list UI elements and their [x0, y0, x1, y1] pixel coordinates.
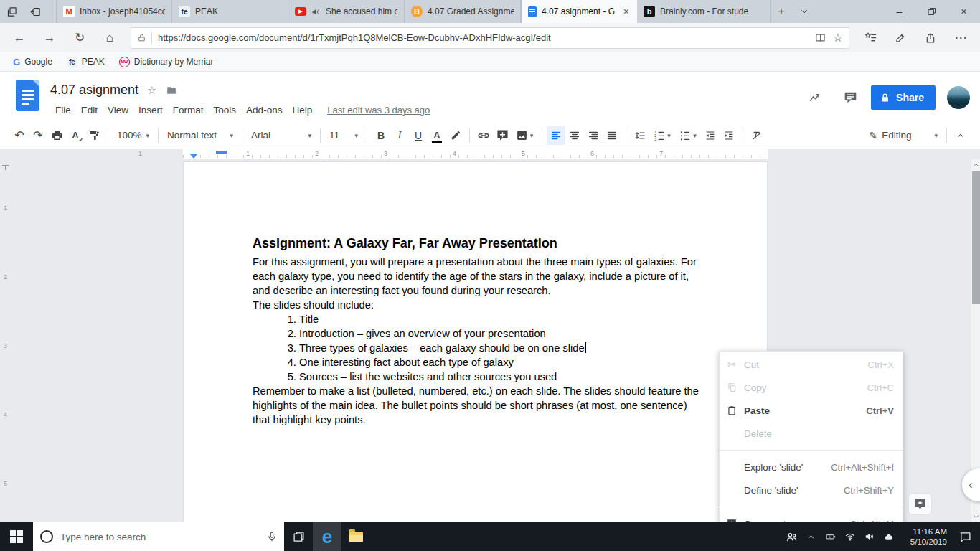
url-field[interactable]: https://docs.google.com/document/d/1rTxm… — [131, 27, 849, 49]
highlight-color-icon[interactable] — [446, 126, 465, 145]
scrollbar-thumb[interactable] — [972, 171, 980, 304]
bold-icon[interactable]: B — [372, 126, 390, 145]
star-document-icon[interactable]: ☆ — [147, 84, 156, 97]
align-center-icon[interactable] — [565, 126, 584, 145]
tab-gmail[interactable]: M Inbox - joseph41054co — [56, 0, 172, 23]
paragraph-style-select[interactable]: Normal text▾ — [163, 126, 237, 145]
insights-trend-icon[interactable] — [802, 85, 829, 110]
insert-image-icon[interactable]: ▾ — [512, 126, 537, 145]
web-notes-pen-icon[interactable] — [885, 25, 915, 51]
paint-format-icon[interactable] — [85, 126, 103, 145]
taskbar-file-explorer-button[interactable] — [341, 522, 370, 551]
share-page-icon[interactable] — [915, 25, 946, 51]
menu-tools[interactable]: Tools — [209, 103, 242, 118]
menu-item-define[interactable]: Define 'slide' Ctrl+Shift+Y — [720, 479, 903, 501]
zoom-select[interactable]: 100%▾ — [113, 126, 154, 145]
line-spacing-icon[interactable] — [631, 126, 649, 145]
insert-link-icon[interactable] — [474, 126, 493, 145]
home-icon[interactable]: ⌂ — [95, 25, 125, 51]
tab-google-docs-active[interactable]: 4.07 asignment - G × — [521, 0, 637, 23]
new-tab-button[interactable]: + — [771, 0, 792, 23]
menu-item-paste[interactable]: Paste Ctrl+V — [720, 399, 903, 422]
action-center-icon[interactable] — [950, 531, 980, 543]
taskbar-search-input[interactable]: Type here to search — [33, 522, 284, 551]
battery-icon[interactable] — [821, 532, 840, 542]
font-size-select[interactable]: 11▾ — [325, 126, 362, 145]
align-right-icon[interactable] — [584, 126, 603, 145]
more-options-icon[interactable]: ⋯ — [946, 25, 976, 51]
font-select[interactable]: Arial▾ — [247, 126, 316, 145]
menu-view[interactable]: View — [103, 103, 133, 118]
volume-icon[interactable] — [859, 532, 879, 542]
back-icon[interactable]: ← — [4, 25, 34, 51]
tab-close-icon[interactable]: × — [622, 6, 631, 17]
window-minimize-button[interactable]: – — [883, 0, 915, 23]
bulleted-list-icon[interactable]: ▾ — [675, 126, 701, 145]
window-close-button[interactable]: × — [948, 0, 980, 23]
scroll-down-icon[interactable] — [972, 513, 980, 520]
refresh-icon[interactable]: ↻ — [65, 25, 95, 51]
print-icon[interactable] — [47, 126, 66, 145]
tab-preview-icon[interactable] — [0, 0, 24, 23]
menu-help[interactable]: Help — [287, 103, 317, 118]
text-color-icon[interactable]: A — [428, 126, 446, 145]
account-avatar[interactable] — [947, 86, 970, 109]
bookmark-dictionary[interactable]: MW Dictionary by Merriar — [113, 54, 220, 70]
menu-item-comment[interactable]: Comment Ctrl+Alt+M — [720, 512, 903, 522]
menu-format[interactable]: Format — [168, 103, 209, 118]
share-button[interactable]: Share — [871, 85, 936, 110]
wifi-icon[interactable] — [840, 532, 859, 542]
show-hidden-icons-chevron[interactable] — [801, 532, 821, 542]
menu-insert[interactable]: Insert — [133, 103, 168, 118]
taskbar-clock[interactable]: 11:16 AM 5/10/2019 — [898, 527, 950, 547]
justify-icon[interactable] — [603, 126, 621, 145]
scroll-up-icon[interactable] — [972, 161, 980, 169]
google-docs-logo[interactable] — [16, 80, 39, 111]
comments-icon[interactable] — [837, 85, 864, 110]
align-left-icon[interactable] — [547, 126, 565, 145]
taskbar-edge-button[interactable]: e — [313, 522, 341, 551]
horizontal-ruler[interactable]: 1 1 2 3 4 5 6 7 — [0, 149, 980, 159]
window-restore-button[interactable] — [915, 0, 948, 23]
tab-brainly[interactable]: b Brainly.com - For stude — [637, 0, 771, 23]
decrease-indent-icon[interactable] — [701, 126, 720, 145]
numbered-list-icon[interactable]: 123 ▾ — [649, 126, 675, 145]
explore-button[interactable] — [908, 493, 932, 515]
italic-icon[interactable]: I — [390, 126, 409, 145]
set-tabs-aside-icon[interactable] — [24, 0, 47, 23]
last-edit-link[interactable]: Last edit was 3 days ago — [327, 105, 430, 116]
collapse-toolbar-icon[interactable] — [951, 126, 970, 145]
task-view-button[interactable] — [284, 522, 313, 551]
tab-list-chevron-icon[interactable] — [792, 0, 816, 23]
reading-view-icon[interactable] — [815, 32, 826, 43]
hub-favorites-icon[interactable] — [855, 25, 885, 51]
menu-addons[interactable]: Add-ons — [241, 103, 287, 118]
tab-graded-assignment[interactable]: B 4.07 Graded Assignmen — [405, 0, 521, 23]
bookmark-google[interactable]: G Google — [7, 54, 58, 70]
underline-icon[interactable]: U — [409, 126, 428, 145]
redo-icon[interactable]: ↷ — [29, 126, 47, 145]
document-title[interactable]: 4.07 asignment — [50, 83, 138, 98]
editing-mode-select[interactable]: ✎ Editing ▾ — [864, 126, 942, 145]
onedrive-cloud-icon[interactable] — [879, 532, 898, 542]
side-panel-toggle[interactable]: ‹ — [962, 468, 980, 501]
menu-item-explore[interactable]: Explore 'slide' Ctrl+Alt+Shift+I — [720, 456, 903, 479]
indent-marker-bar[interactable] — [216, 151, 227, 154]
undo-icon[interactable]: ↶ — [10, 126, 29, 145]
document-content[interactable]: Assignment: A Galaxy Far, Far Away Prese… — [184, 162, 767, 427]
spelling-check-icon[interactable]: A✓ — [66, 126, 85, 145]
increase-indent-icon[interactable] — [720, 126, 738, 145]
microphone-icon[interactable] — [267, 531, 277, 542]
menu-file[interactable]: File — [50, 103, 76, 118]
menu-edit[interactable]: Edit — [76, 103, 103, 118]
tab-youtube[interactable]: ▶ She accused him o — [288, 0, 405, 23]
people-icon[interactable] — [782, 531, 801, 543]
insert-comment-icon[interactable] — [493, 126, 512, 145]
bookmark-peak[interactable]: fe PEAK — [61, 54, 110, 70]
add-favorite-star-icon[interactable]: ☆ — [833, 31, 843, 44]
clear-formatting-icon[interactable] — [748, 126, 766, 145]
tab-peak[interactable]: fe PEAK — [172, 0, 288, 23]
move-to-folder-icon[interactable] — [166, 85, 177, 95]
start-button[interactable] — [0, 522, 33, 551]
tab-audio-icon[interactable] — [311, 7, 321, 17]
